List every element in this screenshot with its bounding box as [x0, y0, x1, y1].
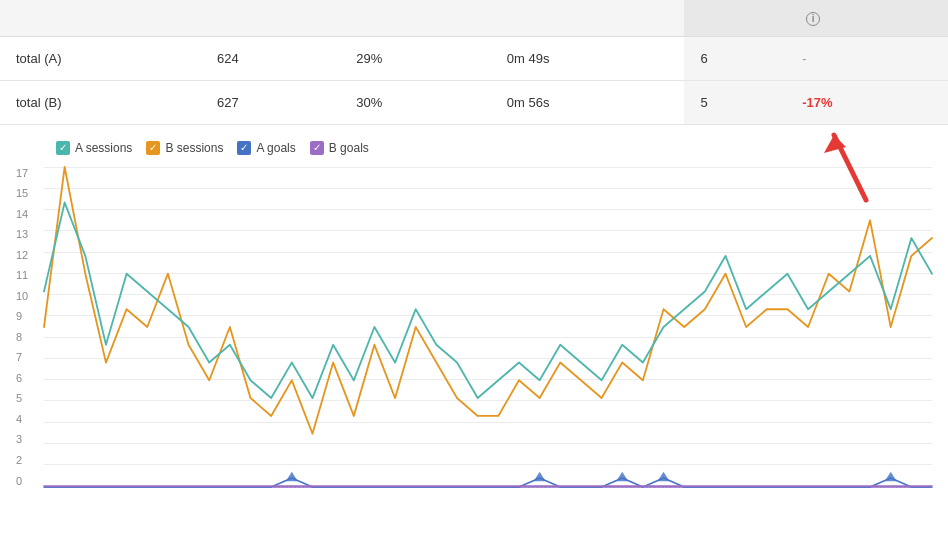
y-axis-label: 5	[16, 392, 36, 404]
table-row: total (B) 627 30% 0m 56s 5 -17%	[0, 80, 948, 124]
legend-color-box: ✓	[56, 141, 70, 155]
y-axis-label: 15	[16, 187, 36, 199]
cell-variant: total (B)	[0, 80, 201, 124]
chart-section: ✓A sessions✓B sessions✓A goals✓B goals 0…	[0, 125, 948, 495]
y-axis-label: 4	[16, 413, 36, 425]
cell-improvement: -17%	[786, 80, 948, 124]
cell-avg-session: 0m 56s	[491, 80, 685, 124]
legend-color-box: ✓	[310, 141, 324, 155]
chart-header: ✓A sessions✓B sessions✓A goals✓B goals	[16, 141, 932, 155]
y-axis: 02345678910111213141517	[16, 167, 44, 487]
legend-color-box: ✓	[146, 141, 160, 155]
y-axis-label: 17	[16, 167, 36, 179]
legend-label: A sessions	[75, 141, 132, 155]
legend-label: B sessions	[165, 141, 223, 155]
y-axis-label: 13	[16, 228, 36, 240]
col-header-goal	[684, 0, 786, 36]
chart-wrapper: 02345678910111213141517	[16, 167, 932, 487]
cell-improvement: -	[786, 36, 948, 80]
y-axis-label: 8	[16, 331, 36, 343]
y-axis-label: 3	[16, 433, 36, 445]
cell-goal: 6	[684, 36, 786, 80]
y-axis-label: 10	[16, 290, 36, 302]
info-icon[interactable]: i	[806, 12, 820, 26]
col-header-variants	[0, 0, 201, 36]
col-header-sessions	[201, 0, 340, 36]
legend-label: A goals	[256, 141, 295, 155]
chart-area	[44, 167, 932, 487]
y-axis-label: 14	[16, 208, 36, 220]
y-axis-label: 12	[16, 249, 36, 261]
legend-label: B goals	[329, 141, 369, 155]
cell-scrolls: 30%	[340, 80, 491, 124]
cell-variant: total (A)	[0, 36, 201, 80]
chart-svg	[44, 167, 932, 487]
chart-legend: ✓A sessions✓B sessions✓A goals✓B goals	[56, 141, 369, 155]
y-axis-label: 6	[16, 372, 36, 384]
legend-item[interactable]: ✓A goals	[237, 141, 295, 155]
cell-sessions: 627	[201, 80, 340, 124]
y-axis-label: 0	[16, 475, 36, 487]
col-header-scrolls	[340, 0, 491, 36]
legend-color-box: ✓	[237, 141, 251, 155]
y-axis-label: 7	[16, 351, 36, 363]
legend-item[interactable]: ✓B sessions	[146, 141, 223, 155]
cell-scrolls: 29%	[340, 36, 491, 80]
table-row: total (A) 624 29% 0m 49s 6 -	[0, 36, 948, 80]
cell-goal: 5	[684, 80, 786, 124]
data-table: i total (A) 624 29% 0m 49s 6 - total (B)…	[0, 0, 948, 125]
y-axis-label: 9	[16, 310, 36, 322]
y-axis-label: 11	[16, 269, 36, 281]
cell-avg-session: 0m 49s	[491, 36, 685, 80]
legend-item[interactable]: ✓B goals	[310, 141, 369, 155]
col-header-improvement: i	[786, 0, 948, 36]
legend-item[interactable]: ✓A sessions	[56, 141, 132, 155]
cell-sessions: 624	[201, 36, 340, 80]
col-header-avg-session	[491, 0, 685, 36]
y-axis-label: 2	[16, 454, 36, 466]
